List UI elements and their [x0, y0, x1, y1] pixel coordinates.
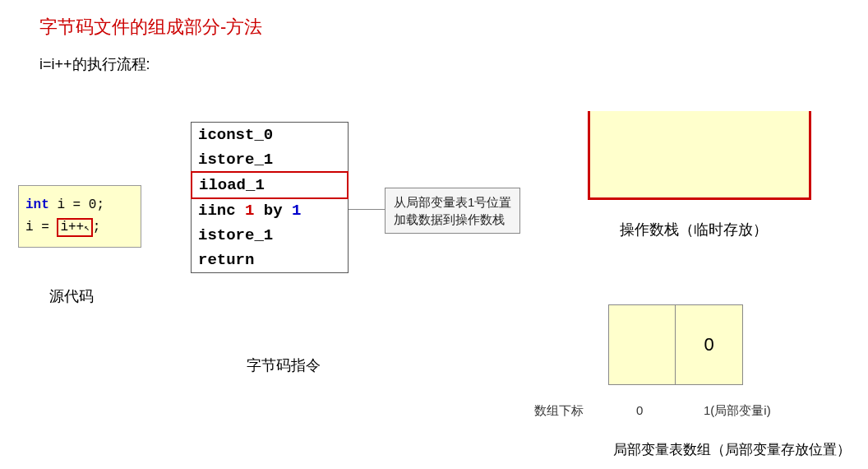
- bc-iload1: iload_1: [191, 171, 349, 199]
- bc-iinc-by: by: [254, 202, 292, 220]
- bytecode-box: iconst_0 istore_1 iload_1 iinc 1 by 1 is…: [191, 122, 349, 273]
- source-line-1: int i = 0;: [25, 194, 134, 216]
- source-code-label: 源代码: [49, 286, 94, 306]
- src-semi: ;: [96, 197, 104, 212]
- operand-stack-label: 操作数栈（临时存放）: [620, 220, 768, 239]
- bc-istore1b: istore_1: [192, 223, 348, 248]
- lvt-index-label: 数组下标: [534, 403, 584, 419]
- operand-stack: [588, 111, 811, 200]
- lvt-cell-1: 0: [676, 304, 743, 385]
- keyword-int: int: [25, 197, 49, 212]
- cursor-icon: ↖: [84, 223, 90, 234]
- bc-iinc-arg2: 1: [292, 202, 301, 220]
- lvt-index-0: 0: [636, 403, 643, 417]
- lvt-cell-0: [608, 304, 676, 385]
- bc-iinc-op: iinc: [198, 202, 245, 220]
- src-semi: ;: [93, 220, 101, 234]
- src-text: i =: [49, 197, 89, 212]
- page-subtitle: i=i++的执行流程:: [39, 54, 150, 74]
- src-text: i =: [25, 220, 57, 234]
- source-code-box: int i = 0; i = i++↖;: [18, 185, 141, 248]
- lvt-label: 局部变量表数组（局部变量存放位置）: [613, 440, 851, 459]
- bytecode-label: 字节码指令: [247, 355, 321, 375]
- bc-iinc-arg1: 1: [245, 202, 254, 220]
- bc-iinc: iinc 1 by 1: [192, 198, 348, 223]
- bc-istore1: istore_1: [192, 147, 348, 172]
- src-ipp: i++: [60, 220, 84, 234]
- highlight-ipp: i++↖: [57, 218, 92, 237]
- local-var-table: 0: [608, 304, 743, 385]
- page-title: 字节码文件的组成部分-方法: [39, 15, 262, 39]
- source-line-2: i = i++↖;: [25, 216, 134, 239]
- annotation-line2: 加载数据到操作数栈: [394, 211, 511, 228]
- lvt-index-1: 1(局部变量i): [704, 403, 771, 419]
- bc-iconst0: iconst_0: [192, 123, 348, 147]
- annotation-line1: 从局部变量表1号位置: [394, 193, 511, 211]
- annotation-connector: [349, 209, 385, 210]
- literal-zero: 0: [89, 197, 97, 212]
- annotation-box: 从局部变量表1号位置 加载数据到操作数栈: [385, 188, 520, 234]
- bc-return: return: [192, 248, 348, 272]
